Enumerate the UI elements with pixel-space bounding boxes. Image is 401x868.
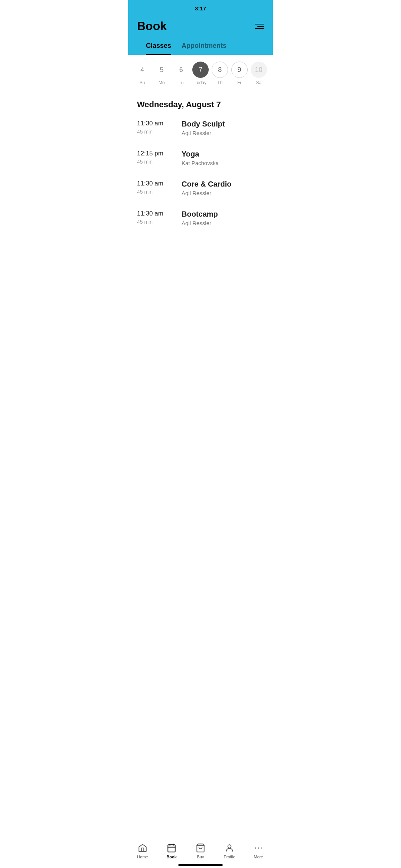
- tab-appointments[interactable]: Appointments: [182, 42, 226, 55]
- class-name-3: Core & Cardio: [182, 180, 264, 188]
- day-7-today[interactable]: 7 Today: [192, 62, 209, 85]
- class-item-3[interactable]: 11:30 am 45 min Core & Cardio Aqil Ressl…: [128, 173, 273, 203]
- page-title: Book: [137, 19, 167, 33]
- day-label-9: Fr: [237, 80, 241, 85]
- class-item-4[interactable]: 11:30 am 45 min Bootcamp Aqil Ressler: [128, 203, 273, 233]
- header: 3:17 Book Classes Appointments: [128, 0, 273, 55]
- day-number-5: 5: [153, 62, 170, 78]
- day-5[interactable]: 5 Mo: [153, 62, 170, 85]
- filter-button[interactable]: [255, 24, 264, 29]
- calendar-strip: 4 Su 5 Mo 6 Tu 7 Today 8 Th 9 Fr 10 Sa: [128, 55, 273, 92]
- day-number-6: 6: [173, 62, 189, 78]
- class-name-1: Body Sculpt: [182, 120, 264, 128]
- content-area: Wednesday, August 7 11:30 am 45 min Body…: [128, 92, 273, 270]
- tab-classes[interactable]: Classes: [146, 42, 171, 55]
- day-number-7: 7: [192, 62, 209, 78]
- day-number-9: 9: [231, 62, 248, 78]
- day-number-10: 10: [251, 62, 267, 78]
- class-item-1[interactable]: 11:30 am 45 min Body Sculpt Aqil Ressler: [128, 113, 273, 143]
- class-name-4: Bootcamp: [182, 210, 264, 218]
- class-item-2[interactable]: 12:15 pm 45 min Yoga Kat Pachovska: [128, 143, 273, 173]
- time-duration-4: 45 min: [137, 219, 153, 225]
- class-info-4: Bootcamp Aqil Ressler: [182, 210, 264, 226]
- class-time-1: 11:30 am 45 min: [137, 120, 182, 135]
- day-10[interactable]: 10 Sa: [251, 62, 267, 85]
- day-label-5: Mo: [159, 80, 165, 85]
- status-bar: 3:17: [137, 0, 264, 16]
- class-time-2: 12:15 pm 45 min: [137, 150, 182, 165]
- day-4[interactable]: 4 Su: [134, 62, 150, 85]
- class-time-3: 11:30 am 45 min: [137, 180, 182, 195]
- time-main-1: 11:30 am: [137, 120, 163, 127]
- day-label-8: Th: [217, 80, 222, 85]
- class-info-1: Body Sculpt Aqil Ressler: [182, 120, 264, 136]
- class-name-2: Yoga: [182, 150, 264, 158]
- day-number-8: 8: [212, 62, 228, 78]
- header-row: Book: [137, 16, 264, 39]
- day-8[interactable]: 8 Th: [212, 62, 228, 85]
- tab-bar: Classes Appointments: [137, 39, 264, 55]
- time-duration-1: 45 min: [137, 129, 153, 135]
- date-heading: Wednesday, August 7: [128, 92, 273, 113]
- status-time: 3:17: [195, 5, 206, 11]
- classes-list: 11:30 am 45 min Body Sculpt Aqil Ressler…: [128, 113, 273, 233]
- class-instructor-3: Aqil Ressler: [182, 190, 264, 196]
- class-time-4: 11:30 am 45 min: [137, 210, 182, 225]
- class-info-3: Core & Cardio Aqil Ressler: [182, 180, 264, 196]
- time-main-4: 11:30 am: [137, 210, 163, 217]
- class-instructor-1: Aqil Ressler: [182, 130, 264, 136]
- day-9[interactable]: 9 Fr: [231, 62, 248, 85]
- class-instructor-2: Kat Pachovska: [182, 160, 264, 166]
- day-label-4: Su: [140, 80, 145, 85]
- day-6[interactable]: 6 Tu: [173, 62, 189, 85]
- day-number-4: 4: [134, 62, 150, 78]
- day-label-6: Tu: [179, 80, 184, 85]
- time-main-3: 11:30 am: [137, 180, 163, 187]
- time-main-2: 12:15 pm: [137, 150, 163, 157]
- class-instructor-4: Aqil Ressler: [182, 220, 264, 226]
- day-label-10: Sa: [256, 80, 261, 85]
- class-info-2: Yoga Kat Pachovska: [182, 150, 264, 166]
- time-duration-2: 45 min: [137, 159, 153, 165]
- day-label-7: Today: [195, 80, 206, 85]
- time-duration-3: 45 min: [137, 189, 153, 195]
